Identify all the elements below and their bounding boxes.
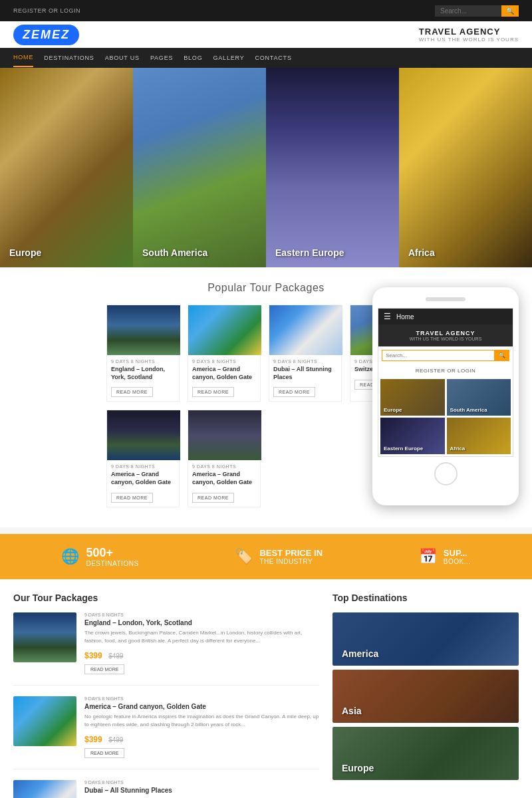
read-more-button[interactable]: READ MORE: [273, 387, 315, 397]
tour-list-content: 9 DAYS 8 NIGHTS England – London, York, …: [84, 612, 319, 674]
tour-list-price: $399 $499: [84, 733, 319, 745]
tour-packages-column: Our Tour Packages 9 DAYS 8 NIGHTS Englan…: [13, 593, 319, 798]
register-login-link[interactable]: REGISTER OR LOGIN: [13, 7, 80, 14]
hero-panel-label-eastern-europe: Eastern Europe: [275, 247, 344, 258]
top-bar: REGISTER OR LOGIN 🔍: [0, 0, 532, 21]
hero-panel-label-south-america: South America: [142, 247, 207, 258]
search-input[interactable]: [435, 5, 501, 17]
stat-best-price-label: THE INDUSTRY: [259, 558, 323, 565]
tour-card-body: 9 DAYS 8 NIGHTS America – Grand canyon, …: [188, 355, 260, 401]
dest-card-europe[interactable]: Europe: [332, 727, 519, 780]
stat-best-price-title: BEST PRICE IN: [259, 548, 323, 558]
mobile-dest-africa[interactable]: Africa: [447, 418, 511, 454]
tour-list-price: $399 $499: [84, 649, 319, 661]
brand-title: TRAVEL AGENCY: [419, 27, 519, 37]
read-more-link[interactable]: READ MORE: [84, 748, 124, 758]
stat-destinations-label: DESTINATIONS: [86, 560, 138, 567]
dest-card-america[interactable]: America: [332, 612, 519, 666]
top-destinations-title: Top Destinations: [332, 593, 519, 603]
hero-panel-label-europe: Europe: [9, 247, 41, 258]
mobile-home-button[interactable]: [434, 462, 458, 485]
dest-card-asia-label: Asia: [342, 706, 362, 716]
tour-list-content: 9 DAYS 8 NIGHTS America – Grand canyon, …: [84, 696, 319, 758]
tag-icon: 🏷️: [235, 548, 253, 565]
tour-list-image: [13, 780, 76, 798]
mobile-notch: [426, 297, 466, 301]
tour-card-image: [188, 410, 261, 460]
content-area: Popular Tour Packages 9 DAYS 8 NIGHTS En…: [0, 267, 532, 527]
tour-list-content: 9 DAYS 8 NIGHTS Dubai – All Stunning Pla…: [84, 780, 319, 798]
tour-card-body: 9 DAYS 8 NIGHTS America – Grand canyon, …: [107, 460, 179, 506]
stat-support: 📅 SUP... BOOK...: [419, 548, 471, 565]
nav-item-about[interactable]: ABOUT US: [105, 49, 140, 66]
bottom-section: Our Tour Packages 9 DAYS 8 NIGHTS Englan…: [0, 579, 532, 798]
nav-item-gallery[interactable]: GALLERY: [213, 49, 244, 66]
mobile-dest-south-america-label: South America: [450, 407, 487, 413]
dest-card-europe-label: Europe: [342, 763, 374, 773]
read-more-button[interactable]: READ MORE: [111, 493, 153, 503]
mobile-dest-europe[interactable]: Europe: [380, 379, 445, 416]
search-bar: 🔍: [435, 5, 519, 17]
nav-item-home[interactable]: HOME: [13, 49, 33, 67]
price-old: $499: [108, 736, 123, 743]
read-more-button[interactable]: READ MORE: [192, 387, 234, 397]
tour-list-item: 9 DAYS 8 NIGHTS America – Grand canyon, …: [13, 696, 319, 769]
price-old: $499: [108, 652, 123, 660]
tour-card-days: 9 DAYS 8 NIGHTS: [273, 359, 337, 364]
mobile-search-input[interactable]: [382, 350, 495, 361]
stat-best-price: 🏷️ BEST PRICE IN THE INDUSTRY: [235, 548, 323, 565]
read-more-link[interactable]: READ MORE: [84, 664, 124, 674]
tour-card-title: America – Grand canyon, Golden Gate: [192, 471, 256, 486]
hero-panel-south-america[interactable]: South America: [133, 68, 266, 267]
zemez-logo[interactable]: ZEMEZ: [13, 25, 79, 45]
tour-card-title: Dubai – All Stunning Places: [273, 366, 337, 381]
hero-panel-africa[interactable]: Africa: [399, 68, 532, 267]
tour-list-days: 9 DAYS 8 NIGHTS: [84, 780, 319, 785]
nav-item-pages[interactable]: PAGES: [150, 49, 173, 66]
tour-packages-title: Our Tour Packages: [13, 593, 319, 603]
tour-card-image: [269, 305, 342, 355]
tour-card-body: 9 DAYS 8 NIGHTS England – London, York, …: [107, 355, 179, 401]
tour-card-days: 9 DAYS 8 NIGHTS: [192, 464, 256, 469]
tour-card-title: America – Grand canyon, Golden Gate: [111, 471, 175, 486]
mobile-dest-eastern-europe[interactable]: Eastern Europe: [380, 418, 445, 454]
tour-card-days: 9 DAYS 8 NIGHTS: [111, 359, 175, 364]
hero-panel-eastern-europe[interactable]: Eastern Europe: [266, 68, 399, 267]
nav-item-blog[interactable]: BLOG: [184, 49, 202, 66]
stat-support-title: SUP...: [444, 548, 471, 558]
read-more-button[interactable]: READ MORE: [192, 493, 234, 503]
tour-card-body: 9 DAYS 8 NIGHTS Dubai – All Stunning Pla…: [269, 355, 341, 401]
hamburger-icon[interactable]: ☰: [384, 312, 391, 321]
brand-header: ZEMEZ TRAVEL AGENCY WITH US THE WORLD IS…: [0, 21, 532, 48]
mobile-search-button[interactable]: 🔍: [495, 350, 509, 361]
mobile-brand: TRAVEL AGENCY WITH US THE WORLD IS YOURS: [378, 325, 513, 346]
mobile-dest-eastern-europe-label: Eastern Europe: [384, 446, 423, 452]
stat-best-price-text: BEST PRICE IN THE INDUSTRY: [259, 548, 323, 565]
dest-card-asia[interactable]: Asia: [332, 670, 519, 723]
mobile-destinations: Europe South America Eastern Europe Afri…: [380, 379, 511, 454]
search-button[interactable]: 🔍: [501, 5, 519, 17]
hero-panel-europe[interactable]: Europe: [0, 68, 133, 267]
tour-list-days: 9 DAYS 8 NIGHTS: [84, 696, 319, 701]
top-destinations-column: Top Destinations America Asia Europe: [332, 593, 519, 798]
mobile-brand-title: TRAVEL AGENCY: [384, 330, 507, 336]
mobile-dest-south-america[interactable]: South America: [447, 379, 511, 416]
tour-list-title: Dubai – All Stunning Places: [84, 787, 319, 794]
tour-list-days: 9 DAYS 8 NIGHTS: [84, 612, 319, 617]
tour-card-image: [107, 305, 180, 355]
nav-item-destinations[interactable]: DESTINATIONS: [44, 49, 94, 66]
read-more-button[interactable]: READ MORE: [111, 387, 153, 397]
tour-card-image: [188, 305, 261, 355]
mobile-nav-bar: ☰ Home: [378, 309, 513, 325]
mobile-dest-africa-label: Africa: [450, 446, 466, 452]
hero-panels: Europe South America Eastern Europe Afri…: [0, 68, 532, 267]
mobile-search: 🔍: [382, 350, 509, 361]
mobile-brand-subtitle: WITH US THE WORLD IS YOURS: [384, 336, 507, 341]
stat-destinations: 🌐 500+ DESTINATIONS: [61, 546, 138, 567]
tour-card-days: 9 DAYS 8 NIGHTS: [192, 359, 256, 364]
tour-list-item: 9 DAYS 8 NIGHTS Dubai – All Stunning Pla…: [13, 780, 319, 798]
tour-card: 9 DAYS 8 NIGHTS America – Grand canyon, …: [188, 305, 261, 402]
tour-card-title: America – Grand canyon, Golden Gate: [192, 366, 256, 381]
nav-item-contacts[interactable]: CONTACTS: [255, 49, 291, 66]
mobile-register-link[interactable]: REGISTER OR LOGIN: [378, 364, 513, 377]
